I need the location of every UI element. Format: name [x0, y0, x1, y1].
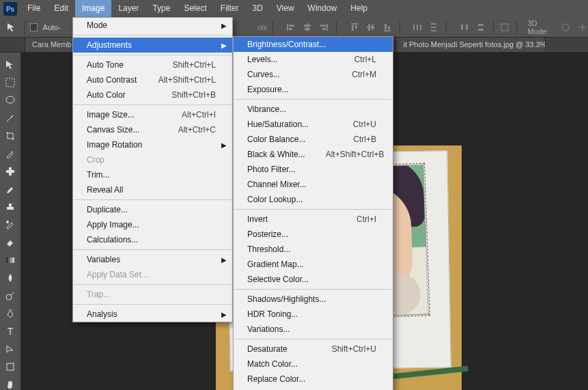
crop-tool-icon[interactable] [1, 128, 19, 144]
menu-item-channel-mixer[interactable]: Channel Mixer... [234, 177, 393, 192]
stamp-tool-icon[interactable] [1, 199, 19, 215]
svg-point-38 [6, 294, 12, 300]
hand-tool-icon[interactable] [1, 376, 19, 390]
menu-item-color-lookup[interactable]: Color Lookup... [234, 192, 393, 207]
svg-rect-3 [289, 25, 294, 27]
path-select-tool-icon[interactable] [1, 341, 19, 357]
menu-item-mode[interactable]: Mode▶ [73, 18, 232, 33]
menu-type[interactable]: Type [145, 0, 177, 17]
menu-item-levels[interactable]: Levels...Ctrl+L [234, 52, 393, 67]
auto-align-icon[interactable] [499, 20, 511, 34]
menu-item-hue-saturation[interactable]: Hue/Saturation...Ctrl+U [234, 117, 393, 132]
3d-pan-icon[interactable] [576, 20, 588, 34]
svg-rect-32 [6, 79, 14, 87]
gradient-tool-icon[interactable] [1, 252, 19, 268]
separator [400, 20, 400, 34]
pen-tool-icon[interactable] [1, 305, 19, 322]
menu-item-analysis[interactable]: Analysis▶ [73, 307, 232, 322]
wand-tool-icon[interactable] [1, 110, 19, 126]
menu-edit[interactable]: Edit [47, 0, 75, 17]
menu-item-auto-tone[interactable]: Auto ToneShift+Ctrl+L [73, 57, 232, 72]
align-hcenter-icon[interactable] [300, 20, 314, 34]
separator [74, 35, 232, 36]
svg-rect-27 [466, 25, 468, 30]
menu-image[interactable]: Image [75, 0, 111, 17]
move-tool-icon[interactable] [1, 57, 19, 73]
brush-tool-icon[interactable] [1, 181, 19, 197]
3d-orbit-icon[interactable] [560, 20, 572, 34]
menu-view[interactable]: View [270, 0, 301, 17]
menu-item-posterize[interactable]: Posterize... [234, 227, 393, 242]
svg-rect-4 [289, 28, 292, 30]
menu-item-black-white[interactable]: Black & White...Alt+Shift+Ctrl+B [234, 147, 393, 162]
align-bottom-icon[interactable] [380, 20, 394, 34]
menu-help[interactable]: Help [344, 0, 374, 17]
separator [234, 339, 392, 339]
menu-item-match-color[interactable]: Match Color... [234, 357, 393, 372]
dodge-tool-icon[interactable] [1, 288, 19, 304]
type-tool-icon[interactable]: T [1, 323, 19, 339]
eyedropper-tool-icon[interactable] [1, 145, 19, 162]
svg-point-31 [562, 24, 569, 31]
menu-item-auto-contrast[interactable]: Auto ContrastAlt+Shift+Ctrl+L [73, 72, 232, 87]
menu-file[interactable]: File [20, 0, 47, 17]
svg-rect-21 [417, 25, 418, 30]
document-tab[interactable]: it Photo Menjadi Seperti fotos.jpg @ 33.… [395, 37, 546, 52]
menu-item-exposure[interactable]: Exposure... [234, 82, 393, 97]
menu-item-duplicate[interactable]: Duplicate... [73, 202, 232, 217]
menu-item-shadows-highlights[interactable]: Shadows/Highlights... [234, 292, 393, 307]
blur-tool-icon[interactable] [1, 270, 19, 286]
menu-window[interactable]: Window [301, 0, 344, 17]
svg-rect-13 [355, 25, 357, 29]
menu-item-equalize[interactable]: Equalize [234, 387, 393, 390]
menu-item-variables[interactable]: Variables▶ [73, 252, 232, 267]
eraser-tool-icon[interactable] [1, 234, 19, 251]
align-top-icon[interactable] [348, 20, 361, 34]
svg-rect-25 [431, 30, 436, 31]
menu-filter[interactable]: Filter [214, 0, 246, 17]
svg-rect-2 [287, 24, 288, 31]
menu-item-calculations[interactable]: Calculations... [73, 232, 232, 247]
menu-item-replace-color[interactable]: Replace Color... [234, 372, 393, 387]
menu-item-auto-color[interactable]: Auto ColorShift+Ctrl+B [73, 87, 232, 102]
menu-layer[interactable]: Layer [111, 0, 145, 17]
menu-item-apply-image[interactable]: Apply Image... [73, 217, 232, 232]
menu-item-hdr-toning[interactable]: HDR Toning... [234, 307, 393, 322]
menu-select[interactable]: Select [177, 0, 213, 17]
distribute-v-icon[interactable] [427, 20, 440, 34]
menu-3d[interactable]: 3D [245, 0, 269, 17]
menu-item-brightness-contrast[interactable]: Brightness/Contrast... [234, 37, 393, 52]
menu-item-color-balance[interactable]: Color Balance...Ctrl+B [234, 132, 393, 147]
menu-item-image-size[interactable]: Image Size...Alt+Ctrl+I [73, 107, 232, 122]
menu-item-photo-filter[interactable]: Photo Filter... [234, 162, 393, 177]
menu-item-invert[interactable]: InvertCtrl+I [234, 212, 393, 227]
distribute-spacing-h-icon[interactable] [458, 20, 471, 34]
distribute-h-icon[interactable] [410, 20, 424, 34]
menu-item-curves[interactable]: Curves...Ctrl+M [234, 67, 393, 82]
menu-item-threshold[interactable]: Threshold... [234, 242, 393, 257]
menu-item-image-rotation[interactable]: Image Rotation▶ [73, 137, 232, 152]
move-tool-icon[interactable] [4, 20, 19, 35]
align-vcenter-icon[interactable] [364, 20, 378, 34]
auto-select-checkbox[interactable] [30, 23, 37, 31]
menu-item-reveal-all[interactable]: Reveal All [73, 182, 232, 197]
menu-item-gradient-map[interactable]: Gradient Map... [234, 257, 393, 272]
menu-item-selective-color[interactable]: Selective Color... [234, 272, 393, 287]
menu-item-variations[interactable]: Variations... [234, 322, 393, 337]
shape-tool-icon[interactable] [1, 359, 19, 375]
svg-rect-9 [320, 25, 326, 27]
marquee-tool-icon[interactable] [1, 74, 19, 91]
distribute-spacing-v-icon[interactable] [474, 20, 488, 34]
history-brush-tool-icon[interactable] [1, 217, 19, 233]
document-tab[interactable]: Cara Memb [25, 37, 79, 52]
menu-item-adjustments[interactable]: Adjustments▶ [73, 38, 232, 53]
svg-rect-35 [9, 167, 12, 176]
menu-item-vibrance[interactable]: Vibrance... [234, 102, 393, 117]
align-left-icon[interactable] [284, 20, 298, 34]
align-right-icon[interactable] [317, 20, 331, 34]
heal-tool-icon[interactable] [1, 163, 19, 180]
lasso-tool-icon[interactable] [1, 92, 19, 109]
menu-item-desaturate[interactable]: DesaturateShift+Ctrl+U [234, 342, 393, 357]
menu-item-canvas-size[interactable]: Canvas Size...Alt+Ctrl+C [73, 122, 232, 137]
menu-item-trim[interactable]: Trim... [73, 167, 232, 182]
